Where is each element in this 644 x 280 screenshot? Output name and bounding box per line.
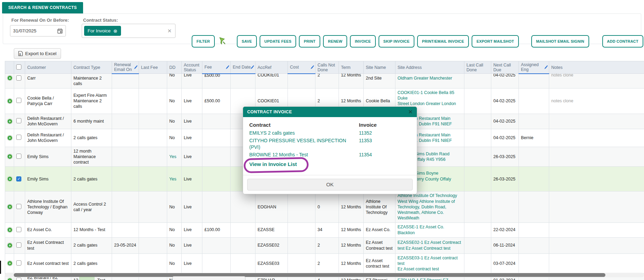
expand-row-icon[interactable]: + (7, 98, 12, 104)
row-checkbox[interactable] (16, 98, 21, 103)
expand-row-icon[interactable]: + (7, 75, 12, 81)
search-renew-contracts-screen: SEARCH & RENEW CONTRACTS For Renewal On … (0, 0, 644, 280)
save-button[interactable]: SAVE (237, 35, 257, 48)
row-checkbox[interactable] (16, 75, 21, 81)
row-checkbox[interactable] (16, 135, 21, 140)
contract-link[interactable]: BROWNE 12 Months - Test (249, 152, 359, 158)
cell-contract_type: 12 month Maintenace contract (71, 147, 112, 167)
view-in-invoice-list-link[interactable]: View in Invoice List (249, 161, 297, 167)
expand-row-icon[interactable]: + (7, 227, 12, 232)
expander-cell: + (5, 147, 14, 167)
column-header-calls_not_done[interactable]: Calls Not Done (315, 61, 339, 74)
update-fees-button[interactable]: UPDATE FEES (260, 35, 296, 48)
column-header-last_call_done[interactable]: Last Call Done (464, 61, 491, 74)
column-header-site_address[interactable]: Site Address (395, 61, 464, 74)
row-checkbox[interactable] (16, 242, 21, 248)
cell-value: 04-02-2025 (493, 74, 516, 78)
filter-button[interactable]: FILTER (192, 35, 215, 48)
row-checkbox[interactable] (16, 278, 21, 280)
invoice-number-link[interactable]: 11353 (359, 137, 411, 151)
cell-value[interactable]: Oldham Greater Manchester (398, 75, 462, 81)
column-header-cost[interactable]: Cost (288, 61, 315, 74)
row-checkbox[interactable] (16, 154, 21, 159)
row-checkbox[interactable] (16, 204, 21, 209)
bottom-partial-button[interactable] (172, 276, 245, 280)
cell-value[interactable]: Athlone Institute Of Technology West Win… (398, 193, 462, 221)
row-checkbox[interactable] (16, 227, 21, 232)
calendar-icon[interactable] (57, 28, 63, 34)
expand-row-icon[interactable]: + (7, 135, 12, 141)
column-header-term[interactable]: Term (339, 61, 364, 74)
contract-status-select[interactable]: For Invoice ⊗ ✕ (82, 24, 175, 38)
skip-invoice-button[interactable]: SKIP INVOICE (379, 35, 414, 48)
row-checkbox[interactable]: ✓ (16, 176, 21, 182)
cell-value[interactable]: EZASSE03-1 Ez Asset contract test Ez Ass… (398, 255, 462, 272)
cell-renewal_email_on (112, 129, 139, 147)
filter-panel: For Renewal On Or Before: 31/07/2025 Con… (3, 13, 641, 44)
cell-value: 2 (318, 261, 336, 266)
mailshot-email-signin-button[interactable]: MAILSHOT EMAIL SIGNIN (531, 35, 589, 48)
clear-filter-icon[interactable] (218, 37, 226, 45)
header-select-all-cell[interactable] (14, 61, 25, 74)
cell-value[interactable]: EZBHAR-1 EZ Bharani EZ (398, 278, 462, 280)
expand-row-icon[interactable]: + (7, 154, 12, 159)
column-header-contract_type[interactable]: Contract Type (71, 61, 112, 74)
checkbox-cell (14, 114, 25, 129)
contract-link[interactable]: CITYHO PRESSURE VESSEL INSPECTION (PVI) (249, 137, 359, 151)
renew-button[interactable]: RENEW (323, 35, 347, 48)
cell-customer: Athlone Institute Of Technology / Eoghan… (25, 191, 71, 222)
column-header-fee[interactable]: Fee (202, 61, 231, 74)
column-header-end_date[interactable]: End Date (231, 61, 255, 74)
print-button[interactable]: PRINT (299, 35, 320, 48)
cell-value[interactable]: EZASSE-1 Ez Asset Co. Blacklion (398, 224, 462, 236)
modal-invoice-row: BROWNE 12 Months - Test 11354 (249, 152, 411, 158)
column-header-customer[interactable]: Customer (25, 61, 71, 74)
cell-end_date (231, 237, 255, 253)
column-header-next_call_due[interactable]: Next Call Due (491, 61, 519, 74)
expander-cell: + (5, 129, 14, 147)
expand-row-icon[interactable]: + (7, 278, 12, 280)
chip-remove-icon[interactable]: ⊗ (113, 29, 118, 33)
tab-search-renew-contracts[interactable]: SEARCH & RENEW CONTRACTS (2, 2, 83, 13)
cell-value: 04-02-2025 (493, 118, 516, 124)
contract-link[interactable]: EMILYS 2 calls gates (249, 130, 359, 136)
column-header-site_name[interactable]: Site Name (364, 61, 395, 74)
status-clear-icon[interactable]: ✕ (167, 28, 172, 34)
expand-row-icon[interactable]: + (7, 176, 12, 182)
cell-dd: No (167, 129, 182, 147)
column-header-account_status[interactable]: Account Status (182, 61, 202, 74)
cell-last_call_done (464, 88, 491, 114)
column-header-last_fee[interactable]: Last Fee (139, 61, 167, 74)
cell-last_call_done (464, 253, 491, 273)
row-checkbox[interactable] (16, 118, 21, 123)
column-header-dd[interactable]: DD (167, 61, 182, 74)
cell-value[interactable]: EZASSE02-1 Ez Asset Contreact test Ez As… (398, 240, 462, 251)
column-header-assigned_eng[interactable]: Assigned Eng (519, 61, 549, 74)
select-all-checkbox[interactable] (16, 64, 21, 70)
column-header-renewal_email_on[interactable]: Renewal Email On (112, 61, 139, 74)
row-checkbox[interactable] (16, 260, 21, 266)
invoice-number-link[interactable]: 11352 (359, 130, 411, 136)
column-header-notes[interactable]: Notes (549, 61, 644, 74)
cell-notes (549, 114, 644, 129)
modal-close-icon[interactable]: ✕ (408, 109, 413, 115)
expand-row-icon[interactable]: + (7, 119, 12, 124)
expand-row-icon[interactable]: + (7, 243, 12, 248)
export-to-excel-button[interactable]: x Export to Excel (14, 48, 61, 59)
status-chip-label: For Invoice (88, 28, 111, 33)
horizontal-scrollbar-thumb[interactable] (14, 273, 605, 277)
renewal-date-input[interactable]: 31/07/2025 (10, 25, 66, 37)
cell-value: 03-07-2024 (493, 261, 516, 266)
expand-row-icon[interactable]: + (7, 261, 12, 266)
ok-button[interactable]: OK (247, 179, 413, 190)
invoice-button[interactable]: INVOICE (350, 35, 376, 48)
add-contract-button[interactable]: ADD CONTRACT (602, 35, 643, 48)
expand-row-icon[interactable]: + (7, 204, 12, 209)
export-mailshot-button[interactable]: EXPORT MAILSHOT (472, 35, 519, 48)
column-header-expander[interactable] (5, 61, 14, 74)
invoice-number-link[interactable]: 11354 (359, 152, 411, 158)
column-header-accref[interactable]: AccRef (255, 61, 288, 74)
column-header-label: Last Call Done (466, 63, 483, 72)
print-email-invoice-button[interactable]: PRINT/EMAIL INVOICE (417, 35, 469, 48)
cell-fee (202, 129, 231, 147)
